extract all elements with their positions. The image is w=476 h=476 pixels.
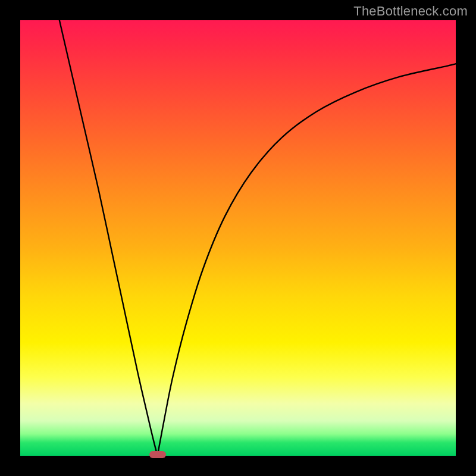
chart-frame: TheBottleneck.com	[0, 0, 476, 476]
minimum-marker	[149, 451, 166, 458]
curve-right-branch	[158, 64, 456, 456]
curve-left-branch	[60, 20, 158, 456]
watermark-text: TheBottleneck.com	[353, 4, 468, 19]
bottleneck-curve	[20, 20, 456, 456]
plot-area	[20, 20, 456, 456]
